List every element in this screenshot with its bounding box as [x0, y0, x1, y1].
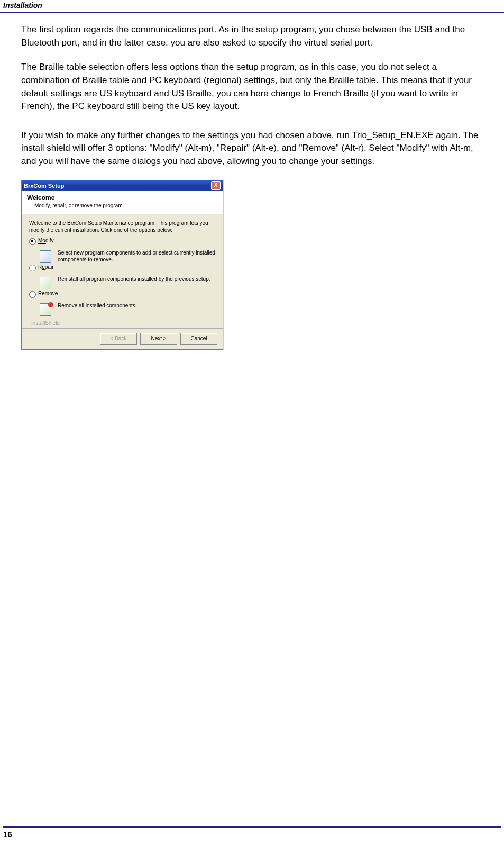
page-header: Installation	[0, 0, 504, 13]
option-remove-row: Remove all installed components.	[38, 302, 215, 317]
radio-repair[interactable]	[29, 265, 36, 271]
option-remove[interactable]: Remove	[29, 290, 215, 298]
setup-dialog: BrxCom Setup X Welcome Modify, repair, o…	[21, 180, 223, 350]
paragraph-2: The Braille table selection offers less …	[21, 61, 483, 113]
dialog-title: BrxCom Setup	[24, 183, 64, 189]
close-icon[interactable]: X	[211, 181, 221, 190]
option-modify-label: Modify	[38, 238, 53, 244]
header-title: Installation	[3, 1, 42, 10]
content-area: The first option regards the communicati…	[0, 13, 504, 350]
option-modify-row: Select new program components to add or …	[38, 249, 215, 264]
next-button[interactable]: Next >	[140, 333, 177, 345]
label-text: emove	[42, 290, 58, 296]
next-rest: ext >	[155, 335, 167, 341]
button-row: < Back Next > Cancel	[22, 328, 223, 349]
page-number: 16	[3, 830, 12, 839]
option-repair-label: Repair	[38, 264, 53, 270]
option-repair-row: Reinstall all program components install…	[38, 276, 215, 290]
radio-modify[interactable]	[29, 238, 36, 245]
label-text: odify	[42, 238, 53, 243]
welcome-subtitle: Modify, repair, or remove the program.	[34, 203, 217, 208]
paragraph-3: If you wish to make any further changes …	[21, 129, 483, 168]
dialog-titlebar[interactable]: BrxCom Setup X	[22, 180, 223, 191]
dialog-intro: Welcome to the BrxCom Setup Maintenance …	[29, 220, 215, 233]
dialog-body: Welcome to the BrxCom Setup Maintenance …	[22, 214, 223, 328]
option-repair-desc: Reinstall all program components install…	[58, 276, 210, 283]
label-text: pair	[45, 264, 54, 270]
cancel-button[interactable]: Cancel	[180, 333, 217, 345]
remove-icon	[38, 302, 53, 317]
page-footer: 16	[3, 826, 501, 839]
radio-remove[interactable]	[29, 291, 36, 298]
option-remove-label: Remove	[38, 290, 58, 296]
paragraph-1: The first option regards the communicati…	[21, 23, 483, 49]
next-key: N	[151, 335, 154, 341]
option-modify[interactable]: Modify	[29, 238, 215, 245]
installshield-label: InstallShield	[31, 320, 215, 326]
option-modify-desc: Select new program components to add or …	[58, 249, 215, 263]
modify-icon	[38, 249, 53, 264]
repair-icon	[38, 276, 53, 290]
option-remove-desc: Remove all installed components.	[58, 302, 137, 309]
back-button: < Back	[100, 333, 137, 345]
welcome-strip: Welcome Modify, repair, or remove the pr…	[22, 191, 223, 214]
welcome-title: Welcome	[27, 194, 217, 202]
option-repair[interactable]: Repair	[29, 264, 215, 271]
